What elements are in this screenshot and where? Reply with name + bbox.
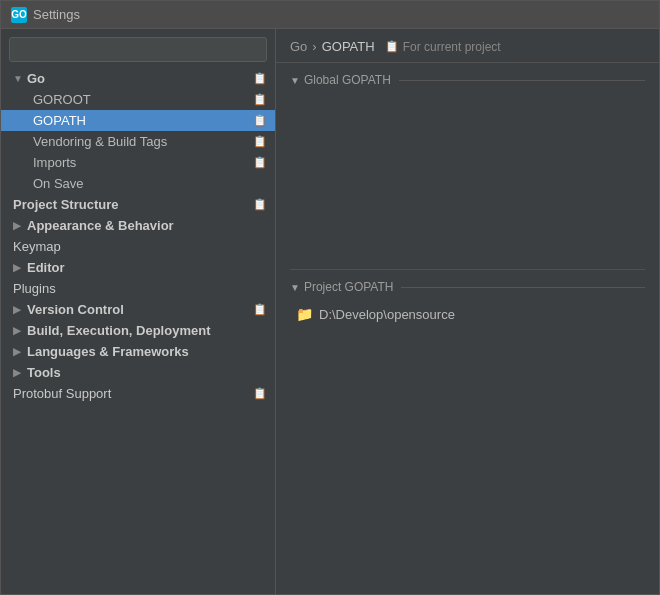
- copy-icon-go: 📋: [253, 72, 267, 85]
- global-gopath-section: ▼ Global GOPATH: [290, 73, 645, 255]
- sidebar-item-onsave-label: On Save: [33, 176, 84, 191]
- arrow-appearance: ▶: [13, 220, 23, 231]
- arrow-build-exec: ▶: [13, 325, 23, 336]
- sidebar-item-languages-label: Languages & Frameworks: [27, 344, 189, 359]
- sidebar-item-tools[interactable]: ▶ Tools: [1, 362, 275, 383]
- sidebar-item-keymap[interactable]: Keymap: [1, 236, 275, 257]
- sidebar-item-languages[interactable]: ▶ Languages & Frameworks: [1, 341, 275, 362]
- folder-icon: 📁: [296, 306, 313, 322]
- breadcrumb-root: Go: [290, 39, 307, 54]
- panel-divider: [290, 269, 645, 270]
- arrow-tools: ▶: [13, 367, 23, 378]
- project-path-text: D:\Develop\opensource: [319, 307, 455, 322]
- project-gopath-section: ▼ Project GOPATH 📁 D:\Develop\opensource: [290, 280, 645, 342]
- sidebar-item-vendoring[interactable]: Vendoring & Build Tags 📋: [1, 131, 275, 152]
- project-gopath-header: ▼ Project GOPATH: [290, 280, 645, 294]
- sidebar-item-vendoring-label: Vendoring & Build Tags: [33, 134, 167, 149]
- arrow-languages: ▶: [13, 346, 23, 357]
- main-content: ▼ Go 📋 GOROOT 📋 GOPATH 📋 Vendoring & Bui…: [1, 29, 659, 594]
- sidebar-item-version-control[interactable]: ▶ Version Control 📋: [1, 299, 275, 320]
- sidebar-item-tools-label: Tools: [27, 365, 61, 380]
- settings-tree: ▼ Go 📋 GOROOT 📋 GOPATH 📋 Vendoring & Bui…: [1, 68, 275, 594]
- sidebar-item-gopath[interactable]: GOPATH 📋: [1, 110, 275, 131]
- project-path-item: 📁 D:\Develop\opensource: [290, 302, 645, 326]
- global-gopath-label: Global GOPATH: [304, 73, 391, 87]
- sidebar-item-goroot[interactable]: GOROOT 📋: [1, 89, 275, 110]
- sidebar-item-editor-label: Editor: [27, 260, 65, 275]
- sidebar-item-onsave[interactable]: On Save: [1, 173, 275, 194]
- sidebar-item-editor[interactable]: ▶ Editor: [1, 257, 275, 278]
- copy-icon-version-control: 📋: [253, 303, 267, 316]
- search-container: [1, 29, 275, 68]
- sidebar-item-project-structure[interactable]: Project Structure 📋: [1, 194, 275, 215]
- sidebar-item-protobuf-label: Protobuf Support: [13, 386, 111, 401]
- sidebar: ▼ Go 📋 GOROOT 📋 GOPATH 📋 Vendoring & Bui…: [1, 29, 276, 594]
- copy-icon-gopath: 📋: [253, 114, 267, 127]
- project-gopath-label: Project GOPATH: [304, 280, 394, 294]
- sidebar-item-build-exec-label: Build, Execution, Deployment: [27, 323, 210, 338]
- sidebar-item-goroot-label: GOROOT: [33, 92, 91, 107]
- sidebar-item-go-label: Go: [27, 71, 45, 86]
- global-gopath-body: [290, 95, 645, 255]
- sidebar-item-version-control-label: Version Control: [27, 302, 124, 317]
- sidebar-item-gopath-label: GOPATH: [33, 113, 86, 128]
- global-gopath-header: ▼ Global GOPATH: [290, 73, 645, 87]
- for-current-label: For current project: [403, 40, 501, 54]
- panel-content: ▼ Global GOPATH ▼ Project GOPATH: [276, 63, 659, 594]
- arrow-version-control: ▶: [13, 304, 23, 315]
- project-gopath-body: 📁 D:\Develop\opensource: [290, 302, 645, 342]
- window-title: Settings: [33, 7, 80, 22]
- sidebar-item-plugins[interactable]: Plugins: [1, 278, 275, 299]
- copy-icon-protobuf: 📋: [253, 387, 267, 400]
- panel-header: Go › GOPATH 📋 For current project: [276, 29, 659, 63]
- copy-icon-imports: 📋: [253, 156, 267, 169]
- sidebar-item-protobuf[interactable]: Protobuf Support 📋: [1, 383, 275, 404]
- arrow-project-gopath: ▼: [290, 282, 300, 293]
- breadcrumb-current: GOPATH: [322, 39, 375, 54]
- sidebar-item-imports-label: Imports: [33, 155, 76, 170]
- breadcrumb-sep: ›: [312, 39, 316, 54]
- sidebar-item-imports[interactable]: Imports 📋: [1, 152, 275, 173]
- sidebar-item-appearance[interactable]: ▶ Appearance & Behavior: [1, 215, 275, 236]
- main-panel: Go › GOPATH 📋 For current project ▼ Glob…: [276, 29, 659, 594]
- search-input[interactable]: [9, 37, 267, 62]
- copy-icon-goroot: 📋: [253, 93, 267, 106]
- sidebar-item-project-structure-label: Project Structure: [13, 197, 118, 212]
- sidebar-item-go[interactable]: ▼ Go 📋: [1, 68, 275, 89]
- arrow-editor: ▶: [13, 262, 23, 273]
- for-current-project: 📋 For current project: [385, 40, 501, 54]
- app-icon: GO: [11, 7, 27, 23]
- arrow-global-gopath: ▼: [290, 75, 300, 86]
- sidebar-item-keymap-label: Keymap: [13, 239, 61, 254]
- copy-icon-vendoring: 📋: [253, 135, 267, 148]
- copy-icon-header: 📋: [385, 40, 399, 53]
- breadcrumb: Go › GOPATH: [290, 39, 375, 54]
- copy-icon-project-structure: 📋: [253, 198, 267, 211]
- sidebar-item-plugins-label: Plugins: [13, 281, 56, 296]
- arrow-go: ▼: [13, 73, 23, 84]
- settings-window: GO Settings ▼ Go 📋 GOROOT 📋: [0, 0, 660, 595]
- sidebar-item-build-exec[interactable]: ▶ Build, Execution, Deployment: [1, 320, 275, 341]
- sidebar-item-appearance-label: Appearance & Behavior: [27, 218, 174, 233]
- title-bar: GO Settings: [1, 1, 659, 29]
